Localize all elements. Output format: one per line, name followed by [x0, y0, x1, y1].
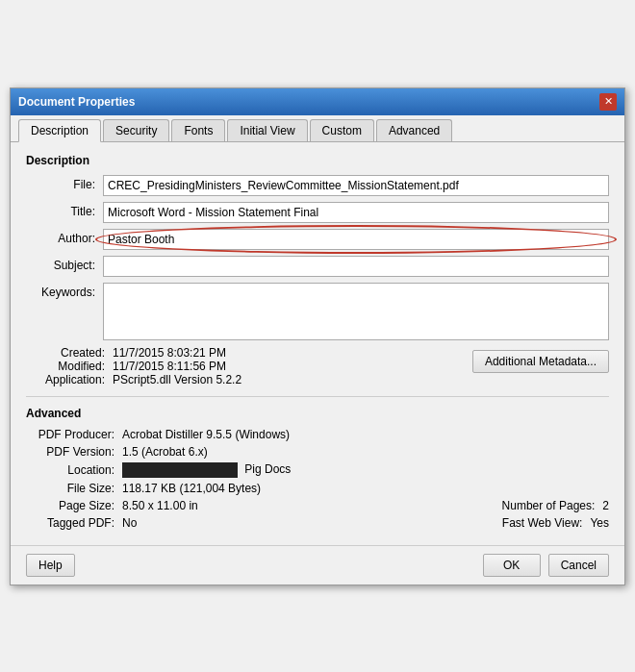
pdf-producer-value: Acrobat Distiller 9.5.5 (Windows) — [122, 428, 290, 441]
page-size-value: 8.50 x 11.00 in — [122, 499, 198, 512]
file-input[interactable] — [103, 175, 609, 196]
location-value: Pig Docs — [122, 462, 291, 478]
tab-description[interactable]: Description — [18, 119, 101, 142]
tab-advanced-tab[interactable]: Advanced — [376, 119, 452, 141]
location-suffix: Pig Docs — [244, 462, 291, 476]
file-size-row: File Size: 118.17 KB (121,004 Bytes) — [26, 482, 609, 495]
cancel-button[interactable]: Cancel — [548, 554, 609, 577]
pdf-version-label: PDF Version: — [26, 445, 122, 459]
file-size-value: 118.17 KB (121,004 Bytes) — [122, 482, 261, 495]
author-input[interactable] — [103, 229, 609, 250]
location-label: Location: — [26, 463, 122, 477]
created-row: Created: 11/7/2015 8:03:21 PM — [26, 346, 472, 360]
advanced-section-title: Advanced — [26, 407, 609, 420]
num-pages-value: 2 — [602, 499, 609, 512]
subject-input[interactable] — [103, 256, 609, 277]
divider — [26, 396, 609, 397]
author-label: Author: — [26, 229, 103, 245]
tabs-bar: Description Security Fonts Initial View … — [11, 115, 624, 142]
metadata-info-left: Created: 11/7/2015 8:03:21 PM Modified: … — [26, 346, 472, 386]
close-button[interactable]: ✕ — [599, 93, 617, 111]
modified-label: Modified: — [26, 360, 113, 373]
tagged-pdf-value: No — [122, 516, 137, 530]
subject-label: Subject: — [26, 256, 103, 272]
document-properties-dialog: Document Properties ✕ Description Securi… — [10, 87, 625, 585]
num-pages-label: Number of Pages: — [502, 499, 596, 512]
dialog-footer: Help OK Cancel — [11, 545, 624, 585]
pdf-version-row: PDF Version: 1.5 (Acrobat 6.x) — [26, 445, 609, 459]
tab-fonts[interactable]: Fonts — [171, 119, 225, 141]
created-label: Created: — [26, 346, 113, 360]
application-value: PScript5.dll Version 5.2.2 — [113, 373, 241, 386]
modified-row: Modified: 11/7/2015 8:11:56 PM — [26, 360, 472, 373]
file-label: File: — [26, 175, 103, 191]
pdf-producer-label: PDF Producer: — [26, 428, 122, 441]
advanced-section: Advanced PDF Producer: Acrobat Distiller… — [26, 407, 609, 530]
keywords-row: Keywords: — [26, 283, 609, 340]
dialog-title: Document Properties — [18, 95, 135, 109]
title-row: Title: — [26, 202, 609, 223]
author-wrapper — [103, 229, 609, 250]
ok-button[interactable]: OK — [483, 554, 541, 577]
application-label: Application: — [26, 373, 113, 386]
tab-custom[interactable]: Custom — [310, 119, 374, 141]
file-row: File: — [26, 175, 609, 196]
fast-web-view-value: Yes — [590, 516, 609, 530]
tagged-pdf-row: Tagged PDF: No Fast Web View: Yes — [26, 516, 609, 530]
additional-metadata-button[interactable]: Additional Metadata... — [472, 350, 609, 373]
tagged-pdf-label: Tagged PDF: — [26, 516, 122, 530]
help-button[interactable]: Help — [26, 554, 75, 577]
location-bar — [122, 462, 238, 478]
title-bar: Document Properties ✕ — [11, 88, 624, 115]
description-section-title: Description — [26, 154, 609, 167]
tab-initial-view[interactable]: Initial View — [227, 119, 307, 141]
author-row: Author: — [26, 229, 609, 250]
fast-web-view-label: Fast Web View: — [502, 516, 583, 530]
title-label: Title: — [26, 202, 103, 218]
keywords-label: Keywords: — [26, 283, 103, 299]
footer-right-buttons: OK Cancel — [483, 554, 609, 577]
tab-security[interactable]: Security — [103, 119, 169, 141]
subject-row: Subject: — [26, 256, 609, 277]
metadata-section: Created: 11/7/2015 8:03:21 PM Modified: … — [26, 346, 609, 386]
keywords-input[interactable] — [103, 283, 609, 340]
pdf-producer-row: PDF Producer: Acrobat Distiller 9.5.5 (W… — [26, 428, 609, 441]
tab-content: Description File: Title: Author: Subject… — [11, 142, 624, 545]
created-value: 11/7/2015 8:03:21 PM — [113, 346, 226, 360]
location-row: Location: Pig Docs — [26, 462, 609, 478]
page-size-row: Page Size: 8.50 x 11.00 in Number of Pag… — [26, 499, 609, 512]
file-size-label: File Size: — [26, 482, 122, 495]
page-size-label: Page Size: — [26, 499, 122, 512]
application-row: Application: PScript5.dll Version 5.2.2 — [26, 373, 472, 386]
modified-value: 11/7/2015 8:11:56 PM — [113, 360, 226, 373]
pdf-version-value: 1.5 (Acrobat 6.x) — [122, 445, 208, 459]
title-input[interactable] — [103, 202, 609, 223]
